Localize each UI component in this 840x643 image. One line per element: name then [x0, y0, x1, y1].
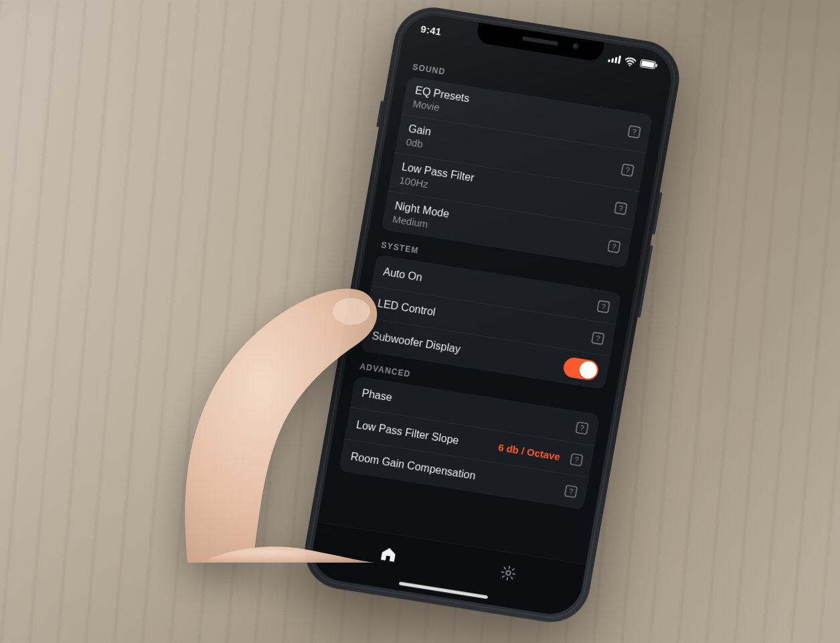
info-icon[interactable]: ? — [627, 125, 641, 139]
svg-text:?: ? — [611, 242, 616, 251]
svg-text:?: ? — [632, 127, 637, 136]
svg-point-26 — [505, 571, 510, 575]
row-label: Subwoofer Display — [371, 330, 461, 356]
info-icon[interactable]: ? — [620, 163, 635, 177]
tab-home[interactable] — [373, 539, 404, 569]
row-value: 0db — [406, 136, 430, 151]
info-icon[interactable]: ? — [575, 421, 589, 435]
svg-text:?: ? — [574, 455, 579, 464]
info-icon[interactable]: ? — [570, 453, 584, 467]
cellular-icon — [608, 54, 621, 64]
svg-rect-2 — [614, 57, 618, 63]
row-label: Auto On — [382, 265, 423, 283]
tab-settings[interactable] — [493, 558, 523, 589]
svg-rect-0 — [608, 60, 610, 62]
svg-text:?: ? — [568, 487, 574, 496]
info-icon[interactable]: ? — [596, 299, 610, 313]
status-time: 9:41 — [420, 23, 442, 38]
svg-point-4 — [628, 64, 631, 66]
svg-text:?: ? — [625, 165, 631, 174]
subwoofer-display-toggle[interactable] — [562, 356, 600, 382]
info-icon[interactable]: ? — [591, 331, 605, 345]
battery-icon — [640, 59, 659, 70]
svg-text:?: ? — [580, 423, 585, 432]
svg-rect-3 — [618, 56, 621, 64]
info-icon[interactable]: ? — [614, 201, 628, 215]
wifi-icon — [624, 56, 637, 67]
svg-text:?: ? — [595, 334, 600, 342]
front-camera — [572, 43, 580, 50]
sound-card: EQ Presets Movie ? Gain 0db — [382, 76, 653, 268]
svg-rect-7 — [655, 64, 657, 67]
svg-rect-6 — [641, 60, 655, 68]
info-icon[interactable]: ? — [607, 240, 621, 254]
row-label: LED Control — [377, 297, 436, 318]
row-label: Gain — [408, 123, 432, 138]
home-indicator[interactable] — [399, 581, 488, 599]
svg-rect-1 — [611, 58, 614, 63]
row-label: Low Pass Filter Slope — [355, 419, 460, 447]
row-label: Phase — [361, 387, 393, 404]
row-value-inline: 6 db / Octave — [497, 441, 561, 462]
svg-text:?: ? — [618, 204, 624, 212]
info-icon[interactable]: ? — [564, 484, 578, 498]
earpiece-speaker — [522, 36, 558, 46]
svg-text:?: ? — [601, 302, 606, 311]
